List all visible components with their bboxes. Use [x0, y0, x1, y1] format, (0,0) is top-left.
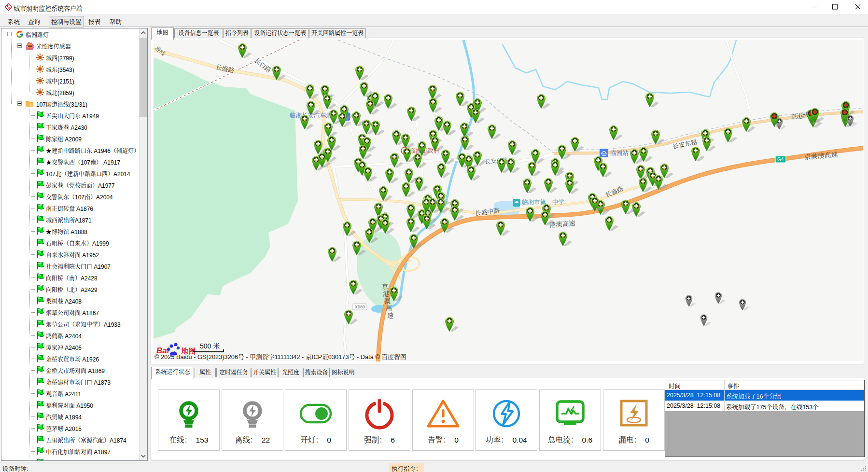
svg-text:© 2025 Baidu - GS(2023)3206号 -: © 2025 Baidu - GS(2023)3206号 - 甲测资字11111…: [154, 353, 406, 361]
svg-text:高: 高: [386, 305, 392, 312]
svg-text:G4: G4: [777, 157, 784, 162]
svg-text:京: 京: [382, 283, 388, 290]
svg-text:澳: 澳: [384, 297, 391, 305]
svg-text:临湘站: 临湘站: [610, 150, 629, 157]
svg-text:500 米: 500 米: [200, 342, 220, 350]
svg-text:港: 港: [383, 290, 389, 297]
svg-text:速: 速: [387, 312, 393, 319]
svg-text:临湘市第一中学: 临湘市第一中学: [522, 199, 564, 206]
svg-text:du: du: [172, 348, 177, 353]
svg-text:X089: X089: [355, 305, 365, 309]
